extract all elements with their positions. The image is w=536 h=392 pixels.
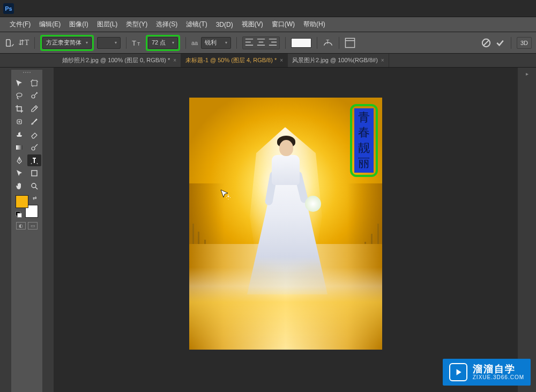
align-bottom-button[interactable]	[267, 38, 278, 48]
text-char: 春	[358, 125, 370, 139]
divider	[185, 37, 186, 49]
menu-view[interactable]: 视图(V)	[237, 18, 267, 31]
eraser-tool[interactable]	[27, 129, 41, 140]
hand-tool[interactable]	[12, 180, 26, 192]
svg-text:T: T	[137, 41, 140, 47]
tool-preset-picker[interactable]	[4, 38, 15, 48]
text-char: 丽	[358, 156, 370, 170]
font-family-value: 方正隶变简体	[46, 39, 81, 47]
antialias-value: 锐利	[205, 39, 217, 47]
document-canvas[interactable]: 青 春 靓 丽	[189, 98, 382, 350]
document-tab-label: 未标题-1 @ 50% (图层 4, RGB/8) *	[185, 56, 277, 64]
vertical-type-tool[interactable]	[27, 154, 41, 166]
eyedropper-tool[interactable]	[27, 103, 41, 115]
app-logo: Ps	[3, 3, 14, 14]
menu-layer[interactable]: 图层(L)	[93, 18, 122, 31]
font-size-value: 72 点	[152, 39, 166, 47]
divider	[511, 37, 511, 49]
zoom-tool[interactable]	[27, 180, 41, 192]
close-icon[interactable]: ×	[381, 57, 384, 63]
gradient-tool[interactable]	[12, 142, 26, 153]
menu-3d[interactable]: 3D(D)	[212, 19, 237, 31]
menu-window[interactable]: 窗口(W)	[267, 18, 299, 31]
3d-button[interactable]: 3D	[517, 37, 532, 49]
watermark-badge: 溜溜自学 ZIXUE.3D66.COM	[443, 359, 531, 386]
divider	[34, 37, 35, 49]
font-style-dropdown[interactable]: ▾	[97, 37, 121, 49]
character-panel-button[interactable]	[345, 38, 355, 48]
clone-stamp-tool[interactable]	[12, 129, 26, 140]
path-select-tool[interactable]	[12, 167, 26, 179]
brush-tool[interactable]	[27, 116, 41, 128]
svg-rect-5	[32, 80, 37, 86]
close-icon[interactable]: ×	[280, 57, 283, 63]
menu-filter[interactable]: 滤镜(T)	[182, 18, 211, 31]
watermark-title: 溜溜自学	[473, 364, 524, 375]
healing-brush-tool[interactable]	[12, 116, 26, 128]
menu-help[interactable]: 帮助(H)	[299, 18, 330, 31]
document-tab[interactable]: 风景图片2.jpg @ 100%(RGB/8#) ×	[288, 54, 389, 67]
crop-tool[interactable]	[12, 103, 26, 115]
chevron-down-icon: ▾	[225, 40, 227, 45]
antialias-label: aa	[191, 40, 198, 46]
swap-colors-icon[interactable]: ⇄	[33, 195, 37, 201]
vertical-text-layer[interactable]: 青 春 靓 丽	[354, 108, 374, 173]
document-tabs: 婚纱照片2.jpg @ 100% (图层 0, RGB/8) * × 未标题-1…	[0, 54, 536, 68]
font-family-highlight: 方正隶变简体 ▾	[40, 35, 94, 51]
artboard-tool[interactable]	[27, 77, 41, 89]
svg-rect-11	[32, 171, 37, 176]
svg-point-6	[17, 93, 22, 97]
expand-panels-icon[interactable]: ▸	[526, 71, 528, 77]
svg-rect-9	[16, 145, 23, 150]
svg-point-7	[32, 95, 35, 98]
font-size-icon: TT	[132, 38, 143, 48]
text-color-swatch[interactable]	[291, 38, 311, 48]
options-bar: ⇵T 方正隶变简体 ▾ ▾ TT 72 点 ▾ aa 锐利 ▾ T 3	[0, 32, 536, 54]
menu-file[interactable]: 文件(F)	[5, 18, 35, 31]
dodge-tool[interactable]	[27, 142, 41, 153]
close-icon[interactable]: ×	[173, 57, 176, 63]
menu-image[interactable]: 图像(I)	[65, 18, 92, 31]
commit-button[interactable]	[495, 38, 505, 48]
align-top-button[interactable]	[244, 38, 255, 48]
menu-type[interactable]: 类型(Y)	[122, 18, 152, 31]
watermark-url: ZIXUE.3D66.COM	[473, 374, 524, 380]
toolbox-container: ⇄ ◐ ▭	[0, 68, 54, 392]
vertical-text-highlight: 青 春 靓 丽	[350, 104, 378, 177]
bride-bouquet	[305, 196, 321, 212]
foreground-color-swatch[interactable]	[16, 195, 28, 208]
document-tab-label: 风景图片2.jpg @ 100%(RGB/8#)	[292, 56, 378, 64]
text-char: 青	[358, 110, 370, 124]
bride-head	[279, 140, 293, 156]
toolbox-grip[interactable]	[16, 72, 38, 75]
svg-point-12	[32, 183, 36, 188]
document-tab[interactable]: 婚纱照片2.jpg @ 100% (图层 0, RGB/8) * ×	[58, 54, 181, 67]
divider	[317, 37, 317, 49]
shape-tool[interactable]	[27, 167, 41, 179]
svg-text:T: T	[326, 39, 330, 45]
text-orientation-toggle[interactable]: ⇵T	[18, 38, 29, 48]
text-char: 靓	[358, 141, 370, 155]
antialias-dropdown[interactable]: 锐利 ▾	[201, 37, 231, 49]
font-family-dropdown[interactable]: 方正隶变简体 ▾	[42, 37, 92, 49]
move-tool[interactable]	[12, 77, 26, 89]
default-colors-icon[interactable]	[16, 211, 22, 218]
menu-select[interactable]: 选择(S)	[152, 18, 182, 31]
document-tab[interactable]: 未标题-1 @ 50% (图层 4, RGB/8) * ×	[181, 54, 288, 67]
canvas-area[interactable]: 青 春 靓 丽	[54, 68, 518, 392]
quick-mask-button[interactable]: ◐	[16, 222, 26, 230]
screen-mode-button[interactable]: ▭	[28, 222, 38, 230]
lasso-tool[interactable]	[12, 90, 26, 102]
quick-select-tool[interactable]	[27, 90, 41, 102]
chevron-down-icon: ▾	[115, 40, 117, 45]
divider	[285, 37, 286, 49]
cancel-button[interactable]	[481, 38, 492, 48]
menu-edit[interactable]: 编辑(E)	[35, 18, 65, 31]
warp-text-button[interactable]: T	[323, 38, 333, 48]
align-center-button[interactable]	[256, 38, 266, 48]
divider	[126, 37, 126, 49]
pen-tool[interactable]	[12, 154, 26, 166]
play-icon	[449, 363, 467, 381]
font-size-highlight: 72 点 ▾	[146, 35, 180, 51]
font-size-dropdown[interactable]: 72 点 ▾	[148, 37, 178, 49]
